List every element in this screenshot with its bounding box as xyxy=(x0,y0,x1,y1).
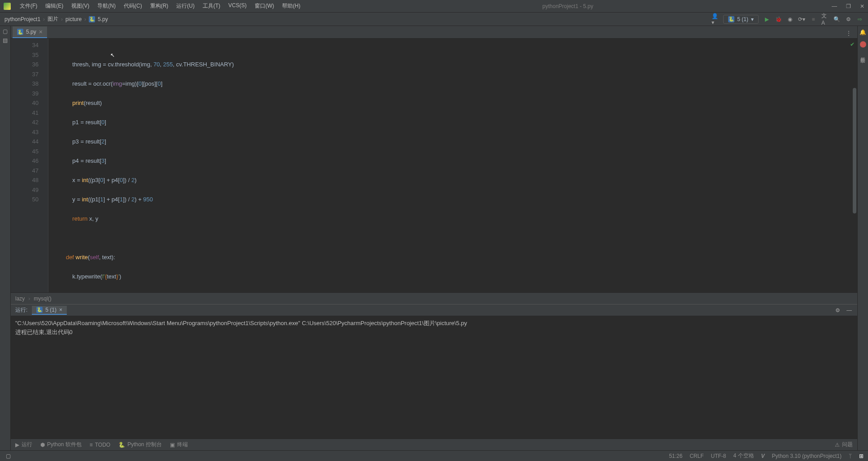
breadcrumb-sep: › xyxy=(43,16,45,22)
output-line: 进程已结束,退出代码0 xyxy=(15,328,853,337)
line-number[interactable]: 50 xyxy=(13,195,39,204)
translate-icon[interactable]: 文A xyxy=(821,16,829,23)
notifications-icon[interactable]: 🔔 xyxy=(859,29,867,36)
line-number[interactable]: 47 xyxy=(13,166,39,176)
menu-edit[interactable]: 编辑(E) xyxy=(42,1,67,11)
line-number[interactable]: 44 xyxy=(13,137,39,147)
settings-icon[interactable]: ⚙ xyxy=(845,16,852,23)
right-tool-gutter: 🔔 打开助手 xyxy=(857,26,868,450)
close-icon[interactable]: × xyxy=(59,307,62,313)
line-number[interactable]: 43 xyxy=(13,127,39,137)
context-method[interactable]: mysql() xyxy=(34,296,51,302)
run-panel: 运行: 🐍 5 (1) × ⚙ ― "C:\Users\520\AppData\… xyxy=(11,304,857,439)
breadcrumb-sep: › xyxy=(84,16,86,22)
code-editor[interactable]: ✔ 34 35 36 37 38 39 40 41 42 43 44 45 46… xyxy=(11,39,857,292)
assistant-icon[interactable] xyxy=(860,41,866,48)
menu-tools[interactable]: 工具(T) xyxy=(199,1,224,11)
window-controls: ― ❐ ✕ xyxy=(832,3,864,9)
line-number[interactable]: 35 xyxy=(13,50,39,60)
run-settings-icon[interactable]: ⚙ xyxy=(834,307,841,314)
stop-button[interactable]: ■ xyxy=(810,16,817,23)
run-button[interactable]: ▶ xyxy=(763,16,770,23)
coverage-button[interactable]: ◉ xyxy=(786,16,794,23)
interpreter[interactable]: Python 3.10 (pythonProject1) xyxy=(772,453,842,459)
editor-area: 🐍 5.py × ⋮ ✔ 34 35 36 37 38 39 40 41 42 … xyxy=(11,26,857,450)
python-file-icon: 🐍 xyxy=(89,16,95,22)
run-panel-header: 运行: 🐍 5 (1) × ⚙ ― xyxy=(11,304,857,316)
python-icon: 🐍 xyxy=(728,16,734,22)
line-number[interactable]: 42 xyxy=(13,117,39,127)
structure-tool-icon[interactable]: ▤ xyxy=(2,37,9,44)
editor-tab-active[interactable]: 🐍 5.py × xyxy=(13,26,47,38)
readonly-icon[interactable]: V xyxy=(761,453,765,459)
tool-python-console[interactable]: 🐍Python 控制台 xyxy=(118,441,162,448)
line-number[interactable]: 46 xyxy=(13,156,39,166)
breadcrumb-sep: › xyxy=(61,16,63,22)
run-tab-active[interactable]: 🐍 5 (1) × xyxy=(32,306,67,315)
titlebar: 文件(F) 编辑(E) 视图(V) 导航(N) 代码(C) 重构(R) 运行(U… xyxy=(0,0,868,13)
tool-terminal[interactable]: ▣终端 xyxy=(170,441,188,448)
line-number-gutter: 34 35 36 37 38 39 40 41 42 43 44 45 46 4… xyxy=(11,39,42,292)
chevron-down-icon: ▾ xyxy=(751,16,754,22)
tool-windows-icon[interactable]: ▢ xyxy=(4,452,12,460)
caret-position[interactable]: 51:26 xyxy=(669,453,682,459)
breadcrumb: pythonProject1 › 图片 › picture › 🐍 5.py xyxy=(4,15,108,23)
menu-navigate[interactable]: 导航(N) xyxy=(94,1,119,11)
debug-button[interactable]: 🐞 xyxy=(775,16,782,23)
line-number[interactable]: 37 xyxy=(13,70,39,79)
menu-vcs[interactable]: VCS(S) xyxy=(225,1,250,11)
line-number[interactable]: 34 xyxy=(13,40,39,50)
line-number[interactable]: 39 xyxy=(13,89,39,99)
breadcrumb-sep: › xyxy=(28,296,30,302)
menu-view[interactable]: 视图(V) xyxy=(68,1,93,11)
line-number[interactable]: 38 xyxy=(13,79,39,89)
menu-help[interactable]: 帮助(H) xyxy=(278,1,304,11)
line-number[interactable]: 36 xyxy=(13,60,39,70)
line-number[interactable]: 49 xyxy=(13,185,39,195)
breadcrumb-folder1[interactable]: 图片 xyxy=(48,15,58,23)
line-number[interactable]: 48 xyxy=(13,175,39,185)
line-number[interactable]: 41 xyxy=(13,108,39,118)
line-number[interactable]: 40 xyxy=(13,98,39,108)
windows-icon: ⊞ xyxy=(859,453,864,459)
project-tool-icon[interactable]: ▢ xyxy=(2,28,9,35)
package-icon: ⬢ xyxy=(40,442,45,448)
close-icon[interactable]: × xyxy=(39,28,43,35)
menu-window[interactable]: 窗口(W) xyxy=(251,1,278,11)
minimize-button[interactable]: ― xyxy=(832,3,837,9)
tool-run[interactable]: ▶运行 xyxy=(15,441,32,448)
tool-python-packages[interactable]: ⬢Python 软件包 xyxy=(40,441,82,448)
maximize-button[interactable]: ❐ xyxy=(846,3,851,9)
app-icon xyxy=(4,3,11,10)
breadcrumb-folder2[interactable]: picture xyxy=(65,16,82,22)
code-content[interactable]: ↖ thresh, img = cv.threshold(img, 70, 25… xyxy=(48,39,857,292)
menu-run[interactable]: 运行(U) xyxy=(173,1,198,11)
indent-settings[interactable]: 4 个空格 xyxy=(733,452,754,460)
tab-options-icon[interactable]: ⋮ xyxy=(844,28,854,38)
hide-panel-icon[interactable]: ― xyxy=(846,307,853,314)
user-icon[interactable]: 👤▾ xyxy=(712,16,719,23)
profile-button[interactable]: ⟳▾ xyxy=(798,16,805,23)
line-number[interactable]: 45 xyxy=(13,147,39,157)
context-class[interactable]: lazy xyxy=(15,296,25,302)
search-icon[interactable]: 🔍 xyxy=(833,16,840,23)
code-with-me-icon[interactable]: ⇨ xyxy=(856,16,864,23)
file-encoding[interactable]: UTF-8 xyxy=(711,453,726,459)
menu-code[interactable]: 代码(C) xyxy=(120,1,146,11)
tool-problems[interactable]: ⚠问题 xyxy=(835,441,853,448)
line-separator[interactable]: CRLF xyxy=(690,453,703,459)
tab-label: 5.py xyxy=(26,29,36,35)
menu-refactor[interactable]: 重构(R) xyxy=(147,1,172,11)
breadcrumb-project[interactable]: pythonProject1 xyxy=(4,16,40,22)
run-config-selector[interactable]: 🐍 5 (1) ▾ xyxy=(723,15,759,24)
close-button[interactable]: ✕ xyxy=(860,3,864,9)
git-icon[interactable]: ᛘ xyxy=(849,453,852,459)
navbar: pythonProject1 › 图片 › picture › 🐍 5.py 👤… xyxy=(0,13,868,26)
menu-file[interactable]: 文件(F) xyxy=(16,1,41,11)
python-icon: 🐍 xyxy=(36,307,43,313)
menubar: 文件(F) 编辑(E) 视图(V) 导航(N) 代码(C) 重构(R) 运行(U… xyxy=(16,1,304,11)
breadcrumb-file[interactable]: 5.py xyxy=(98,16,108,22)
tool-todo[interactable]: ≡TODO xyxy=(90,442,110,448)
run-panel-title: 运行: xyxy=(15,306,27,314)
run-output[interactable]: "C:\Users\520\AppData\Roaming\Microsoft\… xyxy=(11,316,857,439)
